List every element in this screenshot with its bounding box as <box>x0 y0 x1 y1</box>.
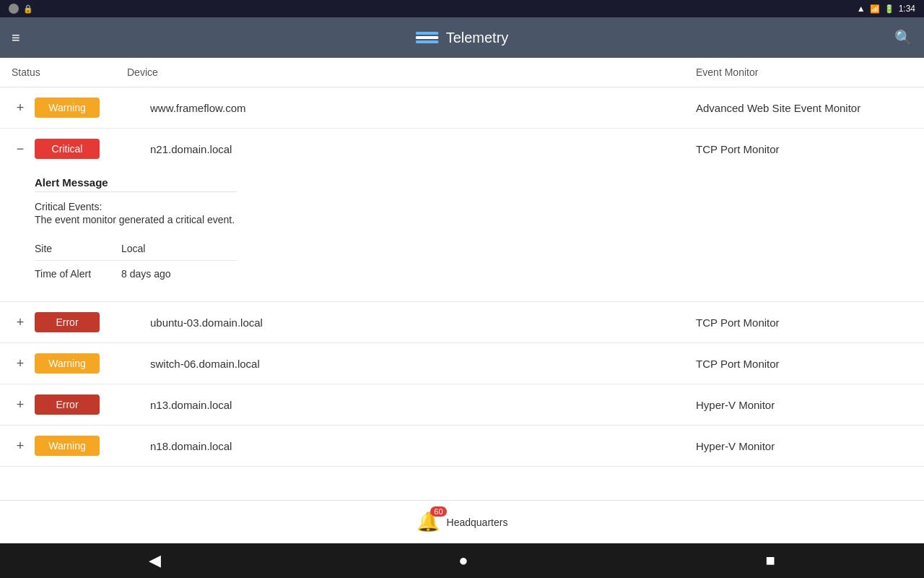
nav-bar: ◀ ● ■ <box>0 543 924 578</box>
monitor-cell: TCP Port Monitor <box>696 143 912 155</box>
monitor-cell: TCP Port Monitor <box>696 358 912 370</box>
app-title-container: Telemetry <box>416 30 509 46</box>
circle-icon <box>9 4 19 14</box>
home-button[interactable]: ● <box>430 545 497 576</box>
lock-icon: 🔒 <box>23 4 33 14</box>
status-bar: 🔒 ▲ 📶 🔋 1:34 <box>0 0 924 17</box>
status-bar-left: 🔒 <box>9 4 33 14</box>
expand-button[interactable]: + <box>12 437 29 454</box>
status-badge[interactable]: Critical <box>35 139 100 159</box>
status-cell: Warning <box>35 353 150 374</box>
notification-badge: 60 <box>430 506 446 517</box>
status-badge[interactable]: Warning <box>35 98 100 118</box>
header-device: Device <box>127 66 696 78</box>
table-row: + Error ubuntu-03.domain.local TCP Port … <box>0 302 924 343</box>
main-content: + Warning www.frameflow.com Advanced Web… <box>0 87 924 500</box>
headquarters-label: Headquarters <box>447 517 508 528</box>
expand-button[interactable]: + <box>12 396 29 413</box>
status-cell: Error <box>35 394 150 415</box>
status-cell: Warning <box>35 436 150 456</box>
detail-divider <box>35 191 237 192</box>
top-bar: ≡ Telemetry 🔍 <box>0 17 924 58</box>
wifi-icon: ▲ <box>857 4 866 14</box>
svg-rect-0 <box>416 32 439 35</box>
monitor-cell: Hyper-V Monitor <box>696 399 912 411</box>
battery-icon: 🔋 <box>884 4 894 14</box>
device-cell: switch-06.domain.local <box>150 358 696 370</box>
field-value-time: 8 days ago <box>121 268 171 280</box>
expand-button[interactable]: + <box>12 99 29 116</box>
device-cell: n13.domain.local <box>150 399 696 411</box>
status-badge[interactable]: Error <box>35 394 100 415</box>
table-row: + Error n13.domain.local Hyper-V Monitor <box>0 384 924 426</box>
monitor-cell: Advanced Web Site Event Monitor <box>696 102 912 114</box>
table-header: Status Device Event Monitor <box>0 58 924 87</box>
status-cell: Critical <box>35 139 150 159</box>
collapse-button[interactable]: − <box>12 140 29 158</box>
device-cell: n18.domain.local <box>150 440 696 452</box>
detail-subtitle: Critical Events: <box>35 201 889 212</box>
back-button[interactable]: ◀ <box>120 545 190 576</box>
status-badge[interactable]: Warning <box>35 353 100 374</box>
hamburger-menu-icon[interactable]: ≡ <box>12 30 20 46</box>
recents-button[interactable]: ■ <box>737 545 804 576</box>
detail-field-time: Time of Alert 8 days ago <box>35 262 237 285</box>
table-row: − Critical n21.domain.local TCP Port Mon… <box>0 129 924 169</box>
device-cell: ubuntu-03.domain.local <box>150 316 696 329</box>
expand-button[interactable]: + <box>12 314 29 331</box>
status-badge[interactable]: Warning <box>35 436 100 456</box>
app-title: Telemetry <box>446 30 509 46</box>
table-row: + Warning www.frameflow.com Advanced Web… <box>0 87 924 129</box>
signal-icon: 📶 <box>870 4 880 14</box>
notification-bell-container[interactable]: 🔔 60 <box>417 511 440 533</box>
time-display: 1:34 <box>899 4 915 14</box>
search-icon[interactable]: 🔍 <box>894 29 912 46</box>
detail-title: Alert Message <box>35 176 889 189</box>
status-bar-right: ▲ 📶 🔋 1:34 <box>857 4 915 14</box>
table-row: + Warning switch-06.domain.local TCP Por… <box>0 343 924 384</box>
header-monitor: Event Monitor <box>696 66 912 78</box>
detail-panel: Alert Message Critical Events: The event… <box>0 169 924 302</box>
header-status: Status <box>12 66 127 78</box>
status-cell: Error <box>35 312 150 332</box>
bottom-bar: 🔔 60 Headquarters <box>0 500 924 543</box>
svg-rect-1 <box>416 36 439 39</box>
svg-rect-2 <box>416 40 439 43</box>
monitor-cell: Hyper-V Monitor <box>696 440 912 452</box>
status-cell: Warning <box>35 98 150 118</box>
app-logo <box>416 30 439 46</box>
field-label-site: Site <box>35 243 121 254</box>
expand-button[interactable]: + <box>12 355 29 372</box>
detail-body: The event monitor generated a critical e… <box>35 214 889 225</box>
device-cell: n21.domain.local <box>150 143 696 155</box>
table-row: + Warning n18.domain.local Hyper-V Monit… <box>0 426 924 467</box>
monitor-cell: TCP Port Monitor <box>696 316 912 329</box>
device-cell: www.frameflow.com <box>150 102 696 114</box>
field-value-site: Local <box>121 243 145 254</box>
field-label-time: Time of Alert <box>35 268 121 280</box>
status-badge[interactable]: Error <box>35 312 100 332</box>
detail-field-site: Site Local <box>35 237 237 261</box>
